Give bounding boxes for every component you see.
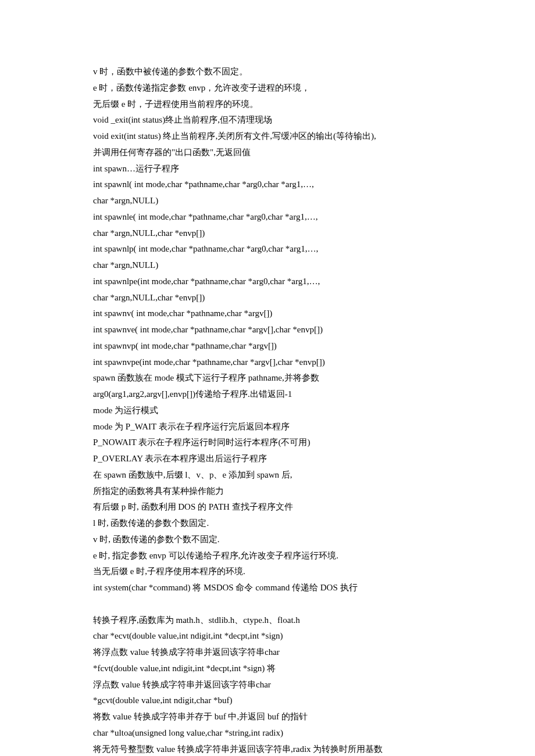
document-line: v 时, 函数传递的参数个数不固定.: [93, 532, 442, 548]
document-line: arg0(arg1,arg2,argv[],envp[])传递给子程序.出错返回…: [93, 386, 442, 403]
document-line: P_NOWAIT 表示在子程序运行时同时运行本程序(不可用): [93, 435, 442, 451]
document-line: 浮点数 value 转换成字符串并返回该字符串char: [93, 677, 442, 693]
document-line: mode 为 P_WAIT 表示在子程序运行完后返回本程序: [93, 419, 442, 435]
document-line: e 时，函数传递指定参数 envp，允许改变子进程的环境，: [93, 80, 442, 96]
document-line: 所指定的函数将具有某种操作能力: [93, 483, 442, 500]
document-line: int spawnlp( int mode,char *pathname,cha…: [93, 241, 442, 257]
document-line: e 时, 指定参数 envp 可以传递给子程序,允许改变子程序运行环境.: [93, 548, 442, 564]
document-line: spawn 函数族在 mode 模式下运行子程序 pathname,并将参数: [93, 370, 442, 386]
document-line: int spawnvp( int mode,char *pathname,cha…: [93, 338, 442, 354]
document-line: 将浮点数 value 转换成字符串并返回该字符串char: [93, 644, 442, 661]
document-line: char *ultoa(unsigned long value,char *st…: [93, 725, 442, 741]
document-line: P_OVERLAY 表示在本程序退出后运行子程序: [93, 451, 442, 467]
document-line: int system(char *command) 将 MSDOS 命令 com…: [93, 580, 442, 596]
document-line: 有后缀 p 时, 函数利用 DOS 的 PATH 查找子程序文件: [93, 499, 442, 515]
document-line: int spawn…运行子程序: [93, 161, 442, 177]
document-line: char *ecvt(double value,int ndigit,int *…: [93, 628, 442, 644]
document-line: *fcvt(double value,int ndigit,int *decpt…: [93, 661, 442, 677]
document-line: char *argn,NULL,char *envp[]): [93, 225, 442, 242]
document-line: char *argn,NULL): [93, 193, 442, 209]
document-line: int spawnl( int mode,char *pathname,char…: [93, 177, 442, 193]
document-line: 转换子程序,函数库为 math.h、stdlib.h、ctype.h、float…: [93, 612, 442, 629]
document-line: l 时, 函数传递的参数个数固定.: [93, 515, 442, 532]
document-line: 在 spawn 函数族中,后缀 l、v、p、e 添加到 spawn 后,: [93, 467, 442, 483]
document-line: *gcvt(double value,int ndigit,char *buf): [93, 693, 442, 709]
document-line: char *argn,NULL): [93, 257, 442, 274]
document-line: 将数 value 转换成字符串并存于 buf 中,并返回 buf 的指针: [93, 709, 442, 725]
document-line: int spawnve( int mode,char *pathname,cha…: [93, 322, 442, 338]
blank-line: [93, 596, 442, 612]
document-line: int spawnvpe(int mode,char *pathname,cha…: [93, 354, 442, 371]
document-line: int spawnv( int mode,char *pathname,char…: [93, 306, 442, 322]
document-line: 并调用任何寄存器的"出口函数",无返回值: [93, 145, 442, 161]
document-line: v 时，函数中被传递的参数个数不固定。: [93, 64, 442, 80]
document-line: 无后缀 e 时，子进程使用当前程序的环境。: [93, 96, 442, 113]
document-line: void exit(int status) 终止当前程序,关闭所有文件,写缓冲区…: [93, 128, 442, 145]
document-line: mode 为运行模式: [93, 403, 442, 419]
document-line: 当无后缀 e 时,子程序使用本程序的环境.: [93, 564, 442, 580]
document-line: int spawnlpe(int mode,char *pathname,cha…: [93, 274, 442, 290]
document-line: void _exit(int status)终止当前程序,但不清理现场: [93, 112, 442, 128]
document-line: 将无符号整型数 value 转换成字符串并返回该字符串,radix 为转换时所用…: [93, 741, 442, 757]
document-line: int spawnle( int mode,char *pathname,cha…: [93, 209, 442, 225]
document-line: char *argn,NULL,char *envp[]): [93, 290, 442, 306]
